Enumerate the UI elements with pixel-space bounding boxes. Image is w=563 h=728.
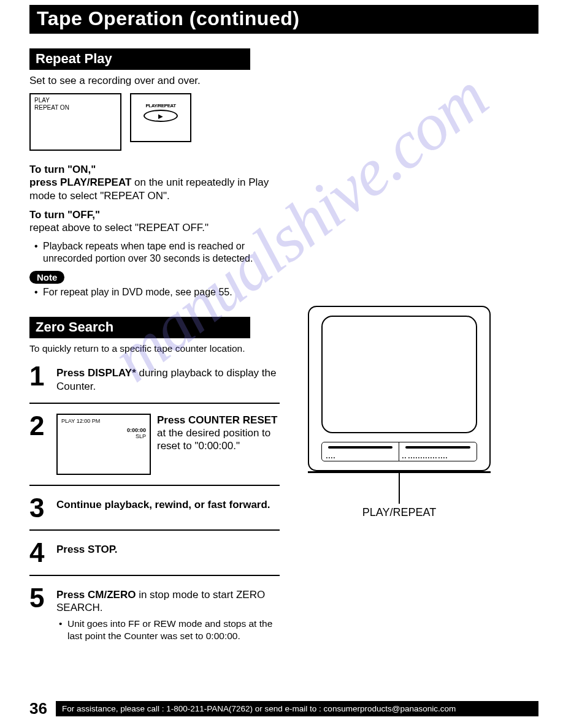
repeat-play-heading: Repeat Play bbox=[29, 48, 250, 70]
osd-play-text: PLAY bbox=[34, 97, 117, 104]
repeat-play-intro: Set to see a recording over and over. bbox=[29, 75, 280, 87]
step-3-number: 3 bbox=[29, 496, 52, 520]
osd-screen-repeat: PLAY REPEAT ON bbox=[29, 93, 121, 151]
osd-slp: SLP bbox=[136, 433, 146, 439]
divider bbox=[29, 529, 280, 531]
zero-search-heading: Zero Search bbox=[29, 317, 250, 338]
tv-dvd-slot: ∘∘ ∘∘∘∘∘∘∘∘∘∘∘∘ ∘∘∘∘ bbox=[399, 442, 477, 461]
repeat-play-screens: PLAY REPEAT ON PLAY/REPEAT ▶ bbox=[29, 93, 280, 151]
tv-outline: ∘∘∘∘ ∘∘ ∘∘∘∘∘∘∘∘∘∘∘∘ ∘∘∘∘ bbox=[308, 306, 491, 471]
tv-control-panel: ∘∘∘∘ ∘∘ ∘∘∘∘∘∘∘∘∘∘∘∘ ∘∘∘∘ bbox=[321, 442, 477, 461]
play-repeat-callout: PLAY/REPEAT bbox=[298, 506, 500, 519]
step-5-number: 5 bbox=[29, 586, 52, 610]
step-1-body: Press DISPLAY* during playback to displa… bbox=[56, 364, 280, 393]
step-1-number: 1 bbox=[29, 364, 52, 389]
step-2: 2 PLAY 12:00 PM 0:00:00 SLP Press COUNTE… bbox=[29, 410, 280, 479]
button-panel: PLAY/REPEAT ▶ bbox=[130, 93, 191, 142]
step-1: 1 Press DISPLAY* during playback to disp… bbox=[29, 360, 280, 396]
step-5-body: Press CM/ZERO in stop mode to start ZERO… bbox=[56, 586, 280, 615]
divider bbox=[29, 403, 280, 404]
control-dots-right: ∘∘ ∘∘∘∘∘∘∘∘∘∘∘∘ ∘∘∘∘ bbox=[402, 455, 448, 459]
osd-counter-value: 0:00:00 bbox=[127, 427, 146, 433]
callout-line bbox=[399, 473, 400, 504]
step-3-body: Continue playback, rewind, or fast forwa… bbox=[56, 496, 280, 511]
right-column: ∘∘∘∘ ∘∘ ∘∘∘∘∘∘∘∘∘∘∘∘ ∘∘∘∘ PLAY/REPEAT bbox=[292, 48, 525, 648]
step-4: 4 Press STOP. bbox=[29, 537, 280, 569]
step-4-number: 4 bbox=[29, 540, 52, 565]
osd-play-time: PLAY 12:00 PM bbox=[61, 418, 146, 424]
turn-on-bold2: press PLAY/REPEAT bbox=[29, 176, 131, 188]
page-title: Tape Operation (continued) bbox=[29, 5, 538, 34]
page-footer: 36 For assistance, please call : 1-800-2… bbox=[29, 699, 538, 718]
step-2-body: Press COUNTER RESET at the desired posit… bbox=[157, 414, 280, 453]
left-column: Repeat Play Set to see a recording over … bbox=[29, 48, 280, 648]
step-2-rest: at the desired position to reset to "0:0… bbox=[157, 427, 270, 452]
step-5-bold: Press CM/ZERO bbox=[56, 589, 136, 601]
step-2-number: 2 bbox=[29, 414, 52, 438]
turn-off-bold: To turn "OFF," bbox=[29, 209, 100, 221]
osd-screen-counter: PLAY 12:00 PM 0:00:00 SLP bbox=[56, 414, 151, 475]
page-number: 36 bbox=[29, 699, 47, 718]
footer-assistance-bar: For assistance, please call : 1-800-211-… bbox=[56, 701, 538, 716]
slot-line bbox=[405, 446, 470, 449]
step-3-text: Continue playback, rewind, or fast forwa… bbox=[56, 499, 270, 510]
play-repeat-button: ▶ bbox=[144, 110, 178, 122]
step-2-bold: Press COUNTER RESET bbox=[157, 414, 278, 426]
control-dots-left: ∘∘∘∘ bbox=[326, 455, 335, 459]
step-5-bullet: Unit goes into FF or REW mode and stops … bbox=[54, 618, 280, 642]
play-icon: ▶ bbox=[158, 113, 163, 119]
divider bbox=[29, 575, 280, 576]
repeat-bullet: Playback repeats when tape end is reache… bbox=[29, 240, 280, 265]
step-3: 3 Continue playback, rewind, or fast for… bbox=[29, 492, 280, 524]
turn-off-text: To turn "OFF," repeat above to select "R… bbox=[29, 208, 280, 235]
tv-screen bbox=[321, 316, 477, 433]
osd-repeat-on-text: REPEAT ON bbox=[34, 104, 117, 112]
divider bbox=[29, 485, 280, 486]
note-label: Note bbox=[29, 271, 64, 284]
play-repeat-btn-label: PLAY/REPEAT bbox=[136, 103, 185, 108]
zero-search-intro: To quickly return to a specific tape cou… bbox=[29, 343, 280, 354]
turn-on-bold1: To turn "ON," bbox=[29, 164, 96, 175]
tv-illustration: ∘∘∘∘ ∘∘ ∘∘∘∘∘∘∘∘∘∘∘∘ ∘∘∘∘ PLAY/REPEAT bbox=[298, 306, 500, 519]
tv-vcr-slot: ∘∘∘∘ bbox=[322, 442, 399, 461]
turn-on-text: To turn "ON," press PLAY/REPEAT on the u… bbox=[29, 163, 280, 202]
step-5: 5 Press CM/ZERO in stop mode to start ZE… bbox=[29, 582, 280, 618]
step-4-body: Press STOP. bbox=[56, 540, 280, 556]
note-bullet: For repeat play in DVD mode, see page 55… bbox=[29, 286, 280, 298]
step-1-bold: Press DISPLAY* bbox=[56, 367, 136, 379]
turn-off-rest: repeat above to select "REPEAT OFF." bbox=[29, 222, 209, 233]
slot-line bbox=[328, 446, 393, 449]
step-4-text: Press STOP. bbox=[56, 544, 118, 555]
